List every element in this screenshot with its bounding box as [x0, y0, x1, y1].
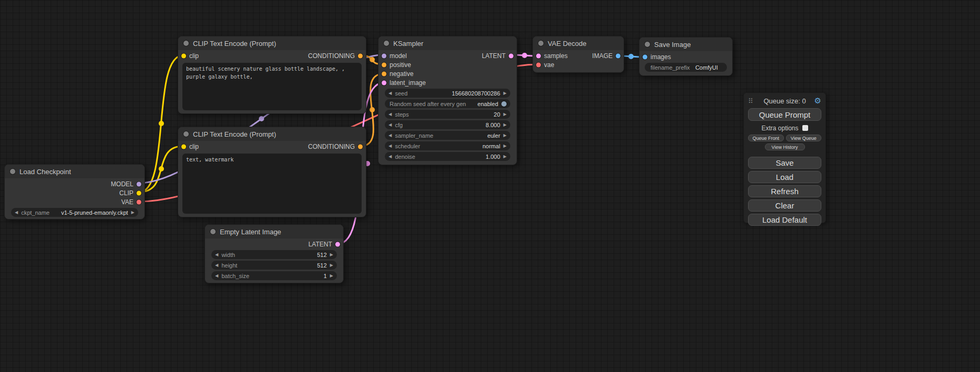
widget-batch-size[interactable]: ◀ batch_size 1 ▶ — [211, 271, 337, 280]
input-slot-vae[interactable]: vae — [533, 60, 624, 69]
collapse-dot[interactable] — [183, 131, 189, 137]
clip-output-pin[interactable] — [137, 190, 141, 195]
input-slot-positive[interactable]: positive — [379, 60, 517, 69]
arrow-right-icon[interactable]: ▶ — [131, 211, 134, 215]
widget-steps[interactable]: ◀ steps 20 ▶ — [385, 110, 510, 119]
collapse-dot[interactable] — [210, 229, 216, 234]
arrow-right-icon[interactable]: ▶ — [330, 263, 333, 268]
node-title-bar[interactable]: CLIP Text Encode (Prompt) — [178, 36, 366, 50]
refresh-button[interactable]: Refresh — [748, 185, 821, 197]
arrow-left-icon[interactable]: ◀ — [389, 155, 392, 159]
widget-filename-prefix[interactable]: filename_prefix ComfyUI — [645, 63, 727, 72]
widget-ckpt-name[interactable]: ◀ ckpt_name v1-5-pruned-emaonly.ckpt ▶ — [11, 208, 138, 217]
widget-seed[interactable]: ◀ seed 156680208700286 ▶ — [385, 89, 510, 98]
node-title-bar[interactable]: VAE Decode — [533, 36, 624, 50]
model-input-pin[interactable] — [382, 53, 386, 58]
clear-button[interactable]: Clear — [748, 199, 821, 212]
extra-options-checkbox[interactable] — [802, 125, 808, 131]
output-slot-latent[interactable]: LATENT — [205, 240, 343, 249]
input-slot-images[interactable]: images — [639, 52, 732, 61]
node-empty-latent-image[interactable]: Empty Latent Image LATENT ◀ width 512 ▶ … — [205, 224, 344, 283]
drag-handle-icon[interactable]: ⠿ — [748, 97, 753, 105]
positive-prompt-textarea[interactable]: beautiful scenery nature glass bottle la… — [182, 63, 362, 110]
model-output-pin[interactable] — [137, 182, 141, 186]
queue-front-button[interactable]: Queue Front — [748, 135, 784, 141]
negative-prompt-textarea[interactable]: text, watermark — [182, 154, 362, 214]
conditioning-output-pin[interactable] — [358, 53, 363, 58]
arrow-left-icon[interactable]: ◀ — [389, 133, 392, 138]
load-default-button[interactable]: Load Default — [748, 214, 821, 226]
arrow-left-icon[interactable]: ◀ — [389, 112, 392, 117]
node-save-image[interactable]: Save Image images filename_prefix ComfyU… — [639, 37, 733, 76]
comfyui-canvas[interactable]: { "colors": { "model": "#B39DDB", "clip"… — [0, 0, 980, 372]
arrow-right-icon[interactable]: ▶ — [330, 253, 333, 257]
arrow-right-icon[interactable]: ▶ — [503, 123, 507, 127]
settings-gear-icon[interactable]: ⚙ — [814, 96, 821, 106]
image-input-pin[interactable] — [643, 54, 647, 59]
node-vae-decode[interactable]: VAE Decode IMAGE samples vae — [532, 36, 624, 73]
clip-input-pin[interactable] — [181, 53, 186, 58]
input-slot-model[interactable]: model — [379, 51, 517, 60]
toggle-dot[interactable] — [501, 101, 507, 107]
vae-input-pin[interactable] — [536, 62, 541, 67]
node-ksampler[interactable]: KSampler LATENT model positive negative … — [378, 36, 517, 165]
latent-output-pin[interactable] — [335, 242, 340, 246]
collapse-dot[interactable] — [384, 41, 389, 46]
output-slot-clip[interactable]: CLIP — [5, 188, 144, 197]
collapse-dot[interactable] — [538, 41, 544, 46]
view-queue-button[interactable]: View Queue — [786, 135, 822, 141]
widget-height[interactable]: ◀ height 512 ▶ — [211, 261, 337, 270]
node-clip-text-encode-positive[interactable]: CLIP Text Encode (Prompt) clip CONDITION… — [178, 36, 366, 114]
arrow-left-icon[interactable]: ◀ — [389, 91, 392, 96]
input-slot-latent-image[interactable]: latent_image — [379, 78, 517, 87]
node-title-bar[interactable]: CLIP Text Encode (Prompt) — [178, 127, 366, 141]
output-slot-model[interactable]: MODEL — [5, 179, 144, 188]
node-title-bar[interactable]: KSampler — [379, 36, 517, 50]
arrow-right-icon[interactable]: ▶ — [330, 274, 333, 278]
arrow-left-icon[interactable]: ◀ — [215, 253, 218, 257]
latent-input-pin[interactable] — [382, 80, 386, 85]
arrow-right-icon[interactable]: ▶ — [503, 112, 507, 117]
conditioning-output-pin[interactable] — [358, 144, 363, 149]
save-button[interactable]: Save — [748, 157, 821, 169]
input-slot-clip[interactable]: clip — [178, 142, 272, 151]
widget-width[interactable]: ◀ width 512 ▶ — [211, 250, 337, 259]
collapse-dot[interactable] — [183, 41, 189, 46]
arrow-right-icon[interactable]: ▶ — [503, 144, 507, 148]
queue-menu-panel[interactable]: ⠿ Queue size: 0 ⚙ Queue Prompt Extra opt… — [743, 92, 826, 223]
arrow-right-icon[interactable]: ▶ — [503, 91, 507, 96]
input-slot-negative[interactable]: negative — [379, 69, 517, 78]
widget-scheduler[interactable]: ◀ scheduler normal ▶ — [385, 141, 510, 150]
widget-denoise[interactable]: ◀ denoise 1.000 ▶ — [385, 152, 510, 161]
arrow-left-icon[interactable]: ◀ — [15, 211, 18, 215]
queue-prompt-button[interactable]: Queue Prompt — [748, 108, 821, 121]
output-slot-vae[interactable]: VAE — [5, 197, 144, 206]
view-history-button[interactable]: View History — [765, 144, 805, 150]
widget-sampler-name[interactable]: ◀ sampler_name euler ▶ — [385, 131, 510, 140]
clip-input-pin[interactable] — [181, 144, 186, 149]
load-button[interactable]: Load — [748, 171, 821, 183]
arrow-left-icon[interactable]: ◀ — [389, 123, 392, 127]
node-title-bar[interactable]: Load Checkpoint — [5, 165, 144, 178]
vae-output-pin[interactable] — [137, 199, 141, 204]
collapse-dot[interactable] — [10, 169, 15, 174]
arrow-right-icon[interactable]: ▶ — [503, 133, 507, 138]
widget-cfg[interactable]: ◀ cfg 8.000 ▶ — [385, 120, 510, 129]
node-title-bar[interactable]: Save Image — [639, 37, 732, 51]
arrow-left-icon[interactable]: ◀ — [215, 263, 218, 268]
arrow-left-icon[interactable]: ◀ — [389, 144, 392, 148]
output-slot-conditioning[interactable]: CONDITIONING — [272, 142, 366, 151]
input-slot-clip[interactable]: clip — [178, 51, 272, 60]
input-slot-samples[interactable]: samples — [533, 51, 624, 60]
latent-input-pin[interactable] — [536, 53, 541, 58]
arrow-left-icon[interactable]: ◀ — [215, 274, 218, 278]
widget-random-seed-toggle[interactable]: Random seed after every gen enabled — [385, 99, 510, 108]
conditioning-input-pin[interactable] — [382, 71, 386, 76]
node-clip-text-encode-negative[interactable]: CLIP Text Encode (Prompt) clip CONDITION… — [178, 127, 366, 217]
node-load-checkpoint[interactable]: Load Checkpoint MODEL CLIP VAE ◀ ckpt_na… — [4, 164, 145, 220]
arrow-right-icon[interactable]: ▶ — [503, 155, 507, 159]
node-title-bar[interactable]: Empty Latent Image — [205, 225, 343, 239]
collapse-dot[interactable] — [645, 42, 650, 47]
output-slot-conditioning[interactable]: CONDITIONING — [272, 51, 366, 60]
conditioning-input-pin[interactable] — [382, 62, 386, 67]
